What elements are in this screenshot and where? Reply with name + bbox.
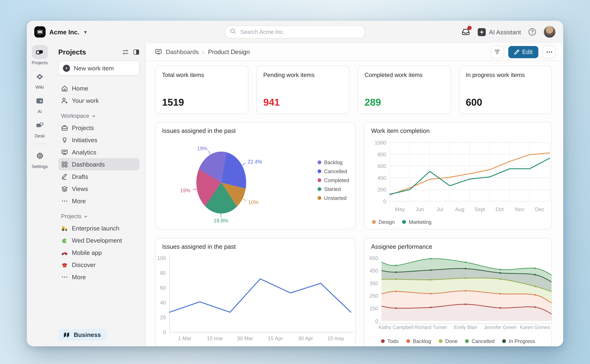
sidebar-item-analytics[interactable]: Analytics	[58, 146, 140, 158]
legend-item-cancelled[interactable]: Cancelled	[465, 338, 495, 344]
sidebar-item-drafts[interactable]: Drafts	[58, 170, 140, 182]
stat-label: Total work items	[162, 72, 241, 78]
svg-text:Karen Grimes: Karen Grimes	[520, 325, 550, 330]
plan-badge[interactable]: Business	[58, 329, 106, 341]
stat-label: In progress work items	[466, 72, 545, 78]
breadcrumb-current: Product Design	[208, 48, 250, 55]
rail-item-projects[interactable]: Projects	[28, 45, 51, 65]
puzzle-emoji-icon	[61, 237, 68, 244]
pie-legend: Backlog Cancelled Completed Started Unst…	[318, 160, 349, 201]
project-item-more[interactable]: More	[58, 271, 140, 283]
svg-text:19.8%: 19.8%	[214, 218, 228, 223]
filter-icon	[494, 49, 500, 54]
ellipsis-icon	[61, 273, 68, 280]
home-icon	[61, 85, 68, 92]
svg-text:22.4%: 22.4%	[248, 159, 262, 165]
search-input[interactable]	[239, 28, 360, 36]
help-button[interactable]	[528, 28, 536, 36]
rail-item-label: Desk	[34, 133, 45, 138]
ai-assistant-label: AI Assistant	[489, 28, 521, 35]
stat-card-in-progress-work-items: In progress work items 600	[459, 66, 552, 114]
legend-item-in-progress[interactable]: In Progress	[502, 338, 535, 344]
chart-title: Issues assigned in the past	[162, 127, 236, 134]
sidebar-item-label: Your work	[72, 97, 99, 104]
avatar[interactable]	[543, 26, 556, 38]
breadcrumb-dashboards[interactable]: Dashboards	[166, 48, 199, 55]
svg-text:1 Mar: 1 Mar	[178, 336, 191, 341]
sidebar-item-projects[interactable]: Projects	[58, 122, 140, 134]
svg-text:0: 0	[375, 318, 378, 324]
rail-item-ai[interactable]: AI	[28, 94, 51, 114]
easel-icon	[61, 149, 68, 156]
legend-item-marketing[interactable]: Marketing	[402, 219, 431, 225]
stat-card-completed-work-items: Completed work items 289	[357, 66, 451, 114]
chart-title: Issues assigned in the past	[162, 243, 236, 250]
project-item-wed-development[interactable]: Wed Development	[58, 234, 140, 246]
rail-divider	[33, 143, 47, 144]
projects-section-header[interactable]: Projects	[61, 213, 140, 220]
legend-label: In Progress	[509, 338, 535, 344]
svg-text:0: 0	[163, 329, 166, 335]
sliders-icon[interactable]	[122, 49, 129, 55]
sidebar-item-home[interactable]: Home	[58, 82, 140, 94]
tractor-emoji-icon	[61, 225, 68, 232]
rail-item-wiki[interactable]: Wiki	[28, 69, 51, 90]
legend-item-design[interactable]: Design	[372, 219, 395, 225]
desktop: Acme Inc. ▼	[0, 0, 590, 362]
sidebar-item-dashboards[interactable]: Dashboards	[58, 158, 140, 170]
user-icon	[61, 97, 68, 104]
more-options-button[interactable]	[543, 45, 556, 58]
issues-line-chart[interactable]: 0204060801001 Mar15 mar30 Mar15 Apr30 Ap…	[155, 238, 356, 346]
svg-text:15 mar: 15 mar	[207, 336, 223, 341]
legend-item-cancelled[interactable]: Cancelled	[318, 169, 349, 174]
sidebar-title: Projects	[58, 48, 122, 56]
svg-text:1000: 1000	[375, 140, 386, 146]
svg-text:0: 0	[383, 199, 386, 204]
rail-item-settings[interactable]: Settings	[28, 149, 51, 169]
legend-item-done[interactable]: Done	[439, 338, 457, 344]
rail-item-label: Wiki	[35, 84, 44, 90]
sidebar-item-initiatives[interactable]: Initiatives	[58, 134, 140, 146]
sidebar-item-label: Home	[72, 85, 88, 92]
workspace-section-header[interactable]: Workspace	[61, 113, 140, 119]
legend-dot	[502, 339, 506, 343]
edit-button[interactable]: Edit	[508, 46, 538, 58]
ai-assistant-button[interactable]: AI Assistant	[478, 28, 521, 36]
legend-dot	[439, 339, 442, 343]
sidebar-item-label: Projects	[72, 124, 94, 131]
project-item-mobile-app[interactable]: Mobile app	[58, 246, 140, 259]
project-item-discover[interactable]: Discover	[58, 259, 140, 271]
global-search[interactable]	[225, 25, 365, 39]
new-work-item-button[interactable]: + New work item	[58, 61, 140, 76]
chart-title: Assignee performance	[371, 243, 432, 250]
legend-label: Cancelled	[324, 169, 347, 174]
completion-line-chart[interactable]: 02004006008001000MayJunJulAugSeptOctNovD…	[364, 123, 552, 229]
filter-button[interactable]	[491, 45, 504, 58]
project-item-enterprise-launch[interactable]: Enterprise launch	[58, 222, 140, 234]
legend-item-unstarted[interactable]: Unstarted	[318, 195, 349, 201]
sidebar-item-views[interactable]: Views	[58, 182, 140, 195]
sidebar-item-more[interactable]: More	[58, 195, 140, 207]
legend-dot	[381, 339, 385, 343]
toggle-sidebar-icon[interactable]	[133, 49, 140, 55]
grid-icon	[61, 161, 68, 168]
legend-item-started[interactable]: Started	[318, 186, 349, 192]
top-bar-actions: AI Assistant	[461, 26, 556, 38]
svg-text:800: 800	[377, 152, 386, 157]
legend-item-backlog[interactable]: Backlog	[318, 160, 349, 165]
svg-text:19%: 19%	[197, 146, 208, 151]
legend-item-backlog[interactable]: Backlog	[406, 338, 431, 344]
workspace-items: Projects Initiatives Analytics Dashboard…	[58, 122, 140, 207]
legend-item-todo[interactable]: Todo	[381, 338, 399, 344]
svg-text:200: 200	[377, 187, 386, 193]
inbox-button[interactable]	[461, 28, 471, 36]
assignee-legend: Todo Backlog Done Cancelled In Progress	[364, 338, 551, 344]
rail-item-desk[interactable]: Desk	[28, 118, 51, 138]
assignee-area-chart[interactable]: 0150250350450650Kathy CampbellRichard Tu…	[364, 238, 552, 346]
workspace-switcher[interactable]: Acme Inc. ▼	[34, 26, 88, 38]
legend-label: Design	[379, 219, 395, 225]
briefcase-icon	[61, 124, 68, 131]
svg-text:Emily Blair: Emily Blair	[454, 325, 477, 330]
legend-item-completed[interactable]: Completed	[318, 177, 349, 183]
sidebar-item-your-work[interactable]: Your work	[58, 94, 140, 107]
